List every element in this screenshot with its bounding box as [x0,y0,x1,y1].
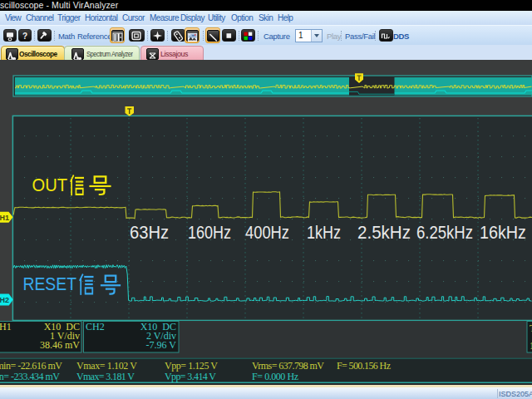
svg-text:F= 0.000 Hz: F= 0.000 Hz [252,371,298,382]
svg-text:CH1: CH1 [0,321,12,332]
svg-text:Vmin= -22.616 mV: Vmin= -22.616 mV [0,360,62,372]
svg-text:63Hz: 63Hz [130,223,169,243]
svg-text:Vrms= 637.798 mV: Vrms= 637.798 mV [252,360,324,372]
svg-text:2.5kHz: 2.5kHz [357,223,411,243]
svg-text:Vmin= -233.434 mV: Vmin= -233.434 mV [0,371,60,382]
svg-text:CH2: CH2 [86,321,105,332]
svg-text:160Hz: 160Hz [188,223,231,243]
svg-text:?: ? [22,32,27,41]
svg-text:1kHz: 1kHz [307,223,341,243]
svg-text:OUT: OUT [32,175,68,195]
svg-text:400Hz: 400Hz [245,223,289,243]
svg-text:Vpp= 3.414 V: Vpp= 3.414 V [165,371,216,382]
svg-text:F= 500.156 Hz: F= 500.156 Hz [337,360,391,372]
svg-text:Vmax= 3.181 V: Vmax= 3.181 V [76,371,135,382]
svg-text:CH1: CH1 [0,214,9,222]
svg-text:6.25kHz: 6.25kHz [416,223,473,243]
svg-text:16kHz: 16kHz [480,223,526,243]
svg-text:CH2: CH2 [0,296,9,304]
svg-text:Vpp= 1.125 V: Vpp= 1.125 V [165,360,218,372]
svg-text:-7.96 V: -7.96 V [146,339,177,351]
svg-text:Vmax= 1.102 V: Vmax= 1.102 V [76,360,137,372]
svg-text:RESET: RESET [23,273,77,294]
svg-text:38.46 mV: 38.46 mV [40,339,80,351]
